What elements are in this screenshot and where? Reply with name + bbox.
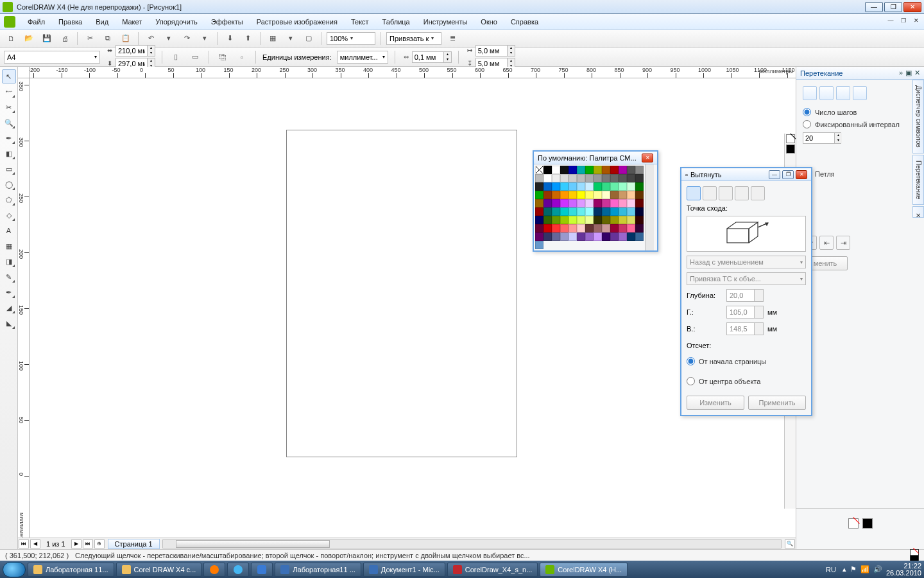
- extrude-h-input[interactable]: 105,0: [726, 306, 764, 319]
- task-item-1[interactable]: Corel DRAW X4 с...: [116, 563, 202, 577]
- menu-file[interactable]: Файл: [21, 16, 51, 28]
- clock[interactable]: 21:22 26.03.2010: [886, 563, 921, 577]
- page-tab-1[interactable]: Страница 1: [108, 539, 160, 549]
- new-icon[interactable]: 🗋: [4, 31, 18, 46]
- options-icon[interactable]: ≣: [445, 31, 459, 46]
- fill-tool[interactable]: ◢: [2, 301, 16, 315]
- crop-tool[interactable]: ✂: [2, 100, 16, 114]
- blend-accel-icon[interactable]: [819, 86, 834, 100]
- extrude-close-icon[interactable]: ✕: [796, 170, 807, 179]
- palette-panel[interactable]: По умолчанию: Палитра CM... ✕: [533, 150, 658, 252]
- vertical-ruler[interactable]: миллиметры 350300250200150100500: [18, 78, 30, 549]
- blend-end-icon[interactable]: ⇥: [836, 236, 850, 250]
- docker-expand-icon[interactable]: ✕: [912, 206, 924, 218]
- last-page-button[interactable]: ⏭: [83, 539, 93, 548]
- text-tool[interactable]: A: [2, 223, 16, 238]
- fill-swatch[interactable]: [910, 549, 919, 556]
- export-icon[interactable]: ⬆: [241, 31, 255, 46]
- palette-scrollbar[interactable]: [645, 164, 654, 250]
- outline-tool[interactable]: ✒: [2, 285, 16, 299]
- extrude-v-input[interactable]: 148,5: [726, 322, 764, 335]
- ruler-origin[interactable]: [18, 67, 30, 78]
- doc-restore-button[interactable]: ❐: [898, 16, 909, 25]
- cut-icon[interactable]: ✂: [83, 31, 97, 46]
- undo-icon[interactable]: ↶: [144, 31, 158, 46]
- welcome-icon[interactable]: ▢: [302, 31, 316, 46]
- extrude-tab-vp[interactable]: [687, 186, 701, 200]
- current-page-icon[interactable]: ▫: [235, 50, 249, 64]
- open-icon[interactable]: 📂: [22, 31, 36, 46]
- portrait-icon[interactable]: ▯: [169, 50, 183, 64]
- extrude-title[interactable]: ▫Вытянуть — ❐ ✕: [681, 168, 811, 181]
- task-item-8[interactable]: CorelDRAW X4 (Н...: [540, 563, 628, 577]
- tray-flag-icon[interactable]: ⚑: [850, 565, 857, 574]
- minimize-button[interactable]: —: [865, 2, 883, 12]
- rectangle-tool[interactable]: ▭: [2, 162, 16, 176]
- no-fill-icon[interactable]: [848, 518, 859, 529]
- app-drop-icon[interactable]: ▾: [284, 31, 298, 46]
- menu-arrange[interactable]: Упорядочить: [149, 16, 203, 28]
- freehand-tool[interactable]: ✒: [2, 131, 16, 145]
- pick-tool[interactable]: ↖: [2, 69, 16, 83]
- horizontal-ruler[interactable]: миллиметры -200-150-100-5005010015020025…: [30, 67, 796, 78]
- menu-effects[interactable]: Эффекты: [205, 16, 250, 28]
- menu-tools[interactable]: Инструменты: [417, 16, 474, 28]
- palette-grid[interactable]: [534, 164, 645, 250]
- task-item-7[interactable]: CorelDraw_X4_s_n...: [447, 563, 538, 577]
- outline-color-icon[interactable]: [862, 518, 873, 529]
- extrude-tab-light[interactable]: [719, 186, 733, 200]
- symbol-manager-tab[interactable]: Диспетчер символов: [912, 80, 924, 153]
- extrude-from-page-radio[interactable]: От начала страницы: [687, 357, 806, 365]
- blend-steps-icon[interactable]: [803, 86, 817, 100]
- extrude-depth-input[interactable]: 20,0: [726, 289, 764, 302]
- shape-tool[interactable]: ⬳: [2, 85, 16, 99]
- docker-menu-icon[interactable]: ▣: [905, 69, 912, 77]
- horizontal-scrollbar[interactable]: [162, 539, 782, 548]
- interactive-tool[interactable]: ◨: [2, 254, 16, 268]
- menu-help[interactable]: Справка: [504, 16, 545, 28]
- extrude-apply-button[interactable]: Применить: [748, 396, 806, 410]
- copy-icon[interactable]: ⧉: [101, 31, 115, 46]
- table-tool[interactable]: ▦: [2, 239, 16, 253]
- app-launcher-icon[interactable]: ▦: [266, 31, 280, 46]
- all-pages-icon[interactable]: ⿻: [216, 50, 230, 64]
- tray-vol-icon[interactable]: 🔊: [873, 565, 882, 574]
- zoom-combo[interactable]: 100%▾: [327, 32, 375, 45]
- polygon-tool[interactable]: ⬠: [2, 193, 16, 207]
- add-page-button[interactable]: ⊕: [94, 539, 105, 548]
- system-tray[interactable]: RU ▴ ⚑ 📶 🔊 21:22 26.03.2010: [823, 563, 921, 577]
- undo-drop-icon[interactable]: ▾: [162, 31, 176, 46]
- ellipse-tool[interactable]: ◯: [2, 177, 16, 191]
- basic-shapes-tool[interactable]: ◇: [2, 208, 16, 222]
- interactive-fill-tool[interactable]: ◣: [2, 316, 16, 330]
- first-page-button[interactable]: ⏮: [19, 539, 29, 548]
- blend-loop-check[interactable]: Петля: [803, 170, 918, 178]
- blend-fixed-radio[interactable]: Фиксированный интервал: [803, 120, 918, 128]
- zoom-tool[interactable]: 🔍: [2, 116, 16, 130]
- blend-start-icon[interactable]: ⇤: [819, 236, 834, 250]
- landscape-icon[interactable]: ▭: [188, 50, 202, 64]
- extrude-max-icon[interactable]: ❐: [782, 170, 794, 179]
- docker-close-icon[interactable]: ✕: [914, 69, 920, 77]
- menu-table[interactable]: Таблица: [376, 16, 416, 28]
- task-item-4[interactable]: [251, 563, 273, 577]
- task-item-2[interactable]: [203, 563, 225, 577]
- menu-window[interactable]: Окно: [474, 16, 504, 28]
- save-icon[interactable]: 💾: [40, 31, 54, 46]
- duplicate-x-input[interactable]: ▴▾: [475, 45, 515, 57]
- menu-layout[interactable]: Макет: [116, 16, 148, 28]
- paper-size-select[interactable]: A4: [4, 51, 100, 64]
- units-select[interactable]: миллимет...: [337, 51, 388, 64]
- menu-edit[interactable]: Правка: [52, 16, 89, 28]
- tray-net-icon[interactable]: 📶: [860, 565, 869, 574]
- blend-steps-radio[interactable]: Число шагов: [803, 108, 918, 116]
- docker-collapse-icon[interactable]: »: [899, 69, 903, 77]
- blend-docker-header[interactable]: Перетекание »▣✕: [796, 67, 924, 80]
- blend-tab[interactable]: Перетекание: [912, 155, 924, 205]
- start-button[interactable]: [3, 562, 26, 577]
- close-button[interactable]: ✕: [903, 2, 921, 12]
- task-item-6[interactable]: Документ1 - Mic...: [363, 563, 445, 577]
- smart-fill-tool[interactable]: ◧: [2, 146, 16, 161]
- extrude-panel[interactable]: ▫Вытянуть — ❐ ✕ Точка схода: Назад с уме…: [680, 167, 812, 416]
- task-item-5[interactable]: Лабораторная11 ...: [275, 563, 361, 577]
